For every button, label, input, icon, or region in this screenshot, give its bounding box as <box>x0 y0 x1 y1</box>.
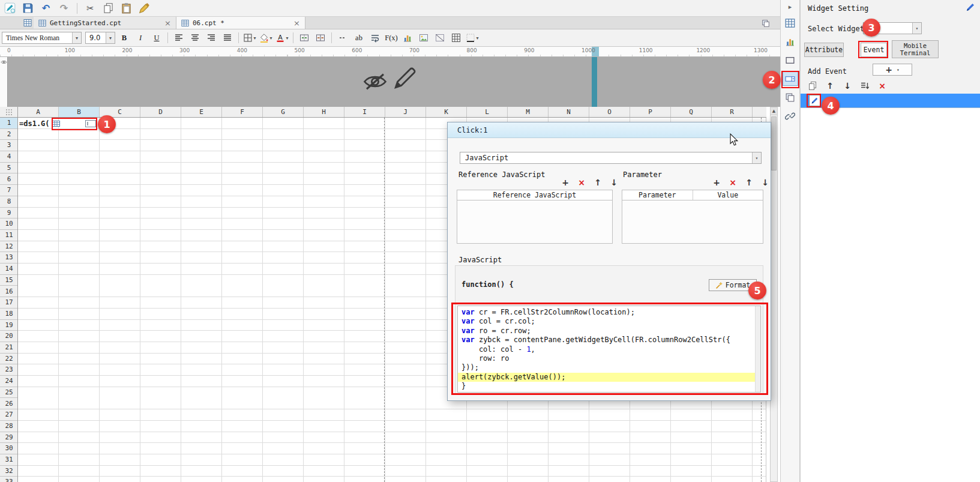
align-right-button[interactable] <box>204 31 218 44</box>
row-header-15[interactable]: 15 <box>0 275 18 286</box>
hide-pane-eye-slash-icon[interactable] <box>362 69 388 94</box>
row-header-30[interactable]: 30 <box>0 443 18 454</box>
collapse-panel-icon[interactable]: ▸ <box>781 0 799 13</box>
move-down-button[interactable]: ↓ <box>609 178 619 187</box>
redo-icon[interactable]: ↷ <box>57 1 71 15</box>
row-header-22[interactable]: 22 <box>0 354 18 365</box>
row-header-16[interactable]: 16 <box>0 286 18 298</box>
wrap-text-button[interactable] <box>368 31 382 44</box>
tab-event[interactable]: Event <box>861 43 887 57</box>
bold-button[interactable]: B <box>117 31 131 44</box>
window-switch-icon[interactable] <box>760 18 772 29</box>
row-header-2[interactable]: 2 <box>0 129 18 140</box>
insert-widget-button[interactable] <box>449 31 463 44</box>
row-header-6[interactable]: 6 <box>0 174 18 185</box>
row-header-7[interactable]: 7 <box>0 185 18 196</box>
cell-a1[interactable]: =ds1.G( <box>19 119 60 128</box>
row-header-11[interactable]: 11 <box>0 230 18 241</box>
row-header-26[interactable]: 26 <box>0 399 18 410</box>
move-up-button[interactable]: ↑ <box>593 178 603 187</box>
column-header-M[interactable]: M <box>508 107 549 118</box>
app-logo-icon[interactable] <box>3 1 17 15</box>
copy-event-icon[interactable] <box>807 80 819 92</box>
cell-format-button[interactable] <box>335 31 350 44</box>
move-up-icon[interactable]: ↑ <box>824 80 836 92</box>
parameter-table[interactable]: Parameter Value <box>622 190 763 244</box>
copy-icon[interactable] <box>101 1 115 15</box>
row-header-17[interactable]: 17 <box>0 297 18 309</box>
column-header-Q[interactable]: Q <box>671 107 712 118</box>
italic-button[interactable]: I <box>133 31 148 44</box>
undo-icon[interactable]: ↶ <box>39 1 53 15</box>
column-header-D[interactable]: D <box>140 107 181 118</box>
row-header-20[interactable]: 20 <box>0 331 18 342</box>
row-header-21[interactable]: 21 <box>0 342 18 354</box>
shrink-text-button[interactable]: ab <box>352 31 366 44</box>
align-left-button[interactable] <box>172 31 186 44</box>
row-header-33[interactable]: 33 <box>0 477 18 482</box>
merge-cells-button[interactable] <box>297 31 311 44</box>
dialog-title-bar[interactable]: Click:1 <box>448 122 771 138</box>
row-header-18[interactable]: 18 <box>0 309 18 320</box>
cell-element-icon[interactable] <box>783 16 798 30</box>
tab-gettingstarted[interactable]: GettingStarted.cpt× <box>34 17 176 29</box>
scrollbar-thumb[interactable] <box>771 116 777 170</box>
font-size-select[interactable]: 9.0 ▾ <box>85 32 115 44</box>
row-header-3[interactable]: 3 <box>0 140 18 151</box>
widget-element-icon[interactable] <box>783 71 798 86</box>
row-header-19[interactable]: 19 <box>0 320 18 331</box>
column-header-I[interactable]: I <box>344 107 385 118</box>
column-header-F[interactable]: F <box>222 107 263 118</box>
unmerge-cells-button[interactable] <box>313 31 328 44</box>
paste-icon[interactable] <box>119 1 133 15</box>
row-header-1[interactable]: 1 <box>0 118 18 129</box>
code-editor[interactable]: var cr = FR.cellStr2ColumnRow(location);… <box>457 306 761 393</box>
bias-cell-button[interactable] <box>433 31 447 44</box>
cut-icon[interactable]: ✂ <box>83 1 97 15</box>
insert-chart-button[interactable] <box>400 31 415 44</box>
chart-element-icon[interactable] <box>783 34 798 49</box>
row-header-10[interactable]: 10 <box>0 218 18 230</box>
column-header-A[interactable]: A <box>18 107 59 118</box>
tab-mobile-terminal[interactable]: Mobile Terminal <box>892 40 939 58</box>
font-color-button[interactable]: A▾ <box>275 31 289 44</box>
column-header-P[interactable]: P <box>630 107 671 118</box>
row-header-9[interactable]: 9 <box>0 208 18 219</box>
row-header-13[interactable]: 13 <box>0 252 18 264</box>
close-tab-icon[interactable]: × <box>164 19 171 27</box>
align-center-button[interactable] <box>188 31 202 44</box>
column-header-H[interactable]: H <box>304 107 344 118</box>
edit-pane-pencil-icon[interactable] <box>392 65 418 94</box>
column-header-L[interactable]: L <box>467 107 508 118</box>
row-header-25[interactable]: 25 <box>0 387 18 399</box>
shape-element-icon[interactable] <box>783 53 798 67</box>
scroll-up-icon[interactable]: ▲ <box>771 107 777 115</box>
align-justify-button[interactable] <box>220 31 235 44</box>
code-scrollbar[interactable] <box>755 306 760 392</box>
row-header-29[interactable]: 29 <box>0 432 18 444</box>
format-painter-icon[interactable] <box>137 1 151 15</box>
move-up-button[interactable]: ↑ <box>744 178 754 187</box>
tab-06cpt[interactable]: 06.cpt *× <box>176 17 305 29</box>
fill-color-button[interactable]: ▾ <box>259 31 273 44</box>
add-event-button[interactable]: + ▾ <box>873 64 912 76</box>
edit-pencil-icon[interactable] <box>966 2 975 12</box>
tab-attribute[interactable]: Attribute <box>804 43 844 57</box>
border-style-button[interactable]: ▾ <box>242 31 257 44</box>
adjust-order-icon[interactable] <box>859 80 871 92</box>
reference-table[interactable]: Reference JavaScript <box>457 190 613 244</box>
row-header-5[interactable]: 5 <box>0 163 18 174</box>
font-family-select[interactable]: Times New Roman ▾ <box>2 32 82 44</box>
add-button[interactable]: + <box>561 178 570 187</box>
row-header-23[interactable]: 23 <box>0 364 18 376</box>
hyperlink-icon[interactable] <box>783 109 798 123</box>
delete-event-icon[interactable]: × <box>876 80 888 92</box>
move-down-button[interactable]: ↓ <box>760 178 770 187</box>
row-header-4[interactable]: 4 <box>0 151 18 163</box>
column-header-R[interactable]: R <box>712 107 753 118</box>
row-header-14[interactable]: 14 <box>0 264 18 275</box>
row-header-27[interactable]: 27 <box>0 409 18 421</box>
row-header-12[interactable]: 12 <box>0 241 18 253</box>
select-all-corner[interactable] <box>0 107 18 118</box>
column-header-E[interactable]: E <box>181 107 222 118</box>
